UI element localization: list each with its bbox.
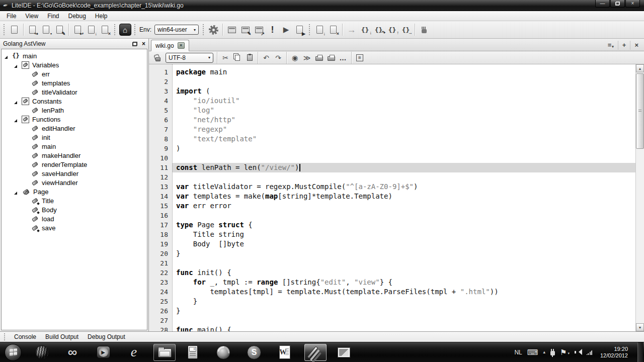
new-file-icon[interactable] bbox=[8, 23, 21, 37]
run-file-icon[interactable]: ▶ bbox=[293, 23, 306, 37]
tree-item-lenpath[interactable]: lenPath bbox=[2, 106, 147, 115]
calculator-icon[interactable] bbox=[182, 344, 204, 361]
print-direct-icon[interactable] bbox=[325, 52, 337, 64]
env-selector[interactable]: win64-user▾ bbox=[154, 25, 199, 35]
format-code-icon[interactable]: ≫ bbox=[301, 52, 313, 64]
scroll-up-button[interactable]: ▲ bbox=[636, 64, 644, 72]
tree-item-body[interactable]: Body bbox=[2, 205, 147, 214]
power-plug-icon[interactable] bbox=[550, 351, 555, 355]
tree-item-err[interactable]: err bbox=[2, 69, 147, 78]
tree-item-edithandler[interactable]: editHandler bbox=[2, 124, 147, 133]
menu-debug[interactable]: Debug bbox=[63, 12, 90, 21]
close-editor-icon[interactable]: × bbox=[630, 41, 642, 50]
tree-item-page[interactable]: Page bbox=[2, 187, 147, 196]
clear-output-icon[interactable]: × bbox=[327, 23, 340, 37]
float-panel-icon[interactable] bbox=[132, 42, 137, 46]
print-icon[interactable] bbox=[313, 52, 325, 64]
output-tab-console[interactable]: Console bbox=[10, 333, 41, 340]
file-outline-icon[interactable]: ≡ bbox=[354, 52, 366, 64]
volume-icon[interactable] bbox=[575, 349, 581, 355]
step-over-icon[interactable]: {}↷ bbox=[372, 23, 385, 37]
menu-help[interactable]: Help bbox=[91, 12, 112, 21]
toolbar-grip[interactable] bbox=[309, 24, 310, 35]
image-viewer-icon[interactable] bbox=[333, 344, 355, 361]
expander-icon[interactable] bbox=[14, 98, 20, 104]
open-file-icon[interactable]: ↪ bbox=[26, 23, 39, 37]
tree-item-load[interactable]: load bbox=[2, 214, 147, 223]
tree-item-makehandler[interactable]: makeHandler bbox=[2, 151, 147, 160]
hidden-icons-arrow[interactable]: ▴ bbox=[543, 350, 545, 354]
toolbar-grip[interactable] bbox=[4, 24, 5, 35]
expander-icon[interactable] bbox=[14, 189, 20, 195]
taskbar-clock[interactable]: 19:20 12/02/2012 bbox=[600, 346, 628, 359]
output-tab-build-output[interactable]: Build Output bbox=[41, 333, 83, 340]
step-out-icon[interactable]: {}↑ bbox=[385, 23, 399, 37]
tree-item-variables[interactable]: Variables bbox=[2, 60, 147, 69]
redo-icon[interactable]: ↷ bbox=[272, 52, 284, 64]
tab-close-icon[interactable]: × bbox=[178, 42, 185, 49]
unlock-icon[interactable] bbox=[152, 52, 164, 64]
save-file-icon[interactable]: ▪ bbox=[39, 23, 53, 37]
add-editor-icon[interactable]: + bbox=[618, 41, 630, 50]
tree-item-viewhandler[interactable]: viewHandler bbox=[2, 178, 147, 187]
expander-icon[interactable] bbox=[14, 116, 20, 122]
options-gear-icon[interactable] bbox=[207, 23, 220, 37]
build-and-debug-icon[interactable]: ↗ bbox=[252, 23, 266, 37]
revert-file-icon[interactable]: ↩ bbox=[71, 23, 85, 37]
media-player-icon[interactable]: ▶ bbox=[92, 344, 114, 361]
expander-icon[interactable] bbox=[14, 62, 20, 68]
expander-icon[interactable] bbox=[5, 53, 11, 59]
astview-tree[interactable]: {}mainVariableserrtemplatestitleValidato… bbox=[1, 49, 147, 330]
toolbar-grip[interactable] bbox=[114, 24, 116, 35]
windows-explorer-icon[interactable] bbox=[153, 344, 176, 361]
continue-debug-icon[interactable]: → bbox=[345, 23, 358, 37]
save-as-icon[interactable]: ✎ bbox=[53, 23, 66, 37]
toolbar-grip[interactable] bbox=[203, 24, 204, 35]
tree-item-functions[interactable]: Functions bbox=[2, 115, 147, 124]
cut-icon[interactable]: ✂ bbox=[219, 52, 231, 64]
tree-item-main[interactable]: main bbox=[2, 142, 147, 151]
save-all-icon[interactable]: ↓ bbox=[85, 23, 98, 37]
network-signal-icon[interactable] bbox=[586, 349, 593, 355]
build-icon[interactable] bbox=[225, 23, 238, 37]
export-output-icon[interactable]: ↓ bbox=[313, 23, 327, 37]
menu-find[interactable]: Find bbox=[43, 12, 63, 21]
minimize-button[interactable]: — bbox=[595, 0, 610, 8]
step-into-icon[interactable]: {}↓ bbox=[358, 23, 372, 37]
tree-item-savehandler[interactable]: saveHandler bbox=[2, 169, 147, 178]
show-desktop-button[interactable] bbox=[637, 342, 643, 362]
menu-file[interactable]: File bbox=[2, 12, 21, 21]
word-icon[interactable]: W bbox=[274, 344, 296, 361]
tab-wiki-go[interactable]: wiki.go × bbox=[151, 40, 189, 51]
network-globe-icon[interactable] bbox=[31, 344, 53, 361]
close-file-icon[interactable]: × bbox=[98, 23, 112, 37]
output-tab-debug-output[interactable]: Debug Output bbox=[83, 333, 130, 340]
output-grip[interactable] bbox=[4, 333, 6, 340]
goto-line-icon[interactable]: ◉ bbox=[289, 52, 301, 64]
tree-item-save[interactable]: save bbox=[2, 223, 147, 232]
toolbar-grip[interactable] bbox=[134, 24, 136, 35]
vertical-scrollbar[interactable]: ▲ ▼ bbox=[635, 64, 644, 331]
restore-button[interactable] bbox=[610, 0, 625, 8]
close-button[interactable]: × bbox=[625, 0, 640, 8]
action-center-flag-icon[interactable]: ⚑▾ bbox=[560, 348, 570, 356]
expression-icon[interactable]: ∞ bbox=[61, 344, 84, 361]
tree-item-title[interactable]: Title bbox=[2, 196, 147, 205]
encoding-selector[interactable]: UTF-8▾ bbox=[166, 53, 213, 63]
more-actions-icon[interactable]: … bbox=[337, 52, 349, 64]
tree-item-main[interactable]: {}main bbox=[2, 51, 147, 60]
skype-icon[interactable]: S bbox=[243, 344, 265, 361]
copy-icon[interactable] bbox=[231, 52, 244, 64]
tree-item-constants[interactable]: Constants bbox=[2, 97, 147, 106]
tree-item-titlevalidator[interactable]: titleValidator bbox=[2, 87, 147, 97]
code-editor[interactable]: 1package main23import (4 "io/ioutil"5 "l… bbox=[149, 64, 635, 331]
stop-build-icon[interactable]: ! bbox=[266, 23, 279, 37]
editor-list-icon[interactable]: ≡▾ bbox=[604, 41, 618, 50]
tree-item-rendertemplate[interactable]: renderTemplate bbox=[2, 160, 147, 169]
start-button[interactable] bbox=[3, 344, 24, 361]
scroll-thumb[interactable] bbox=[636, 73, 644, 149]
tree-item-init[interactable]: init bbox=[2, 133, 147, 142]
keyboard-layout-icon[interactable]: ⌨ bbox=[527, 348, 538, 356]
paste-icon[interactable] bbox=[244, 52, 256, 64]
firefox-icon[interactable] bbox=[212, 344, 234, 361]
